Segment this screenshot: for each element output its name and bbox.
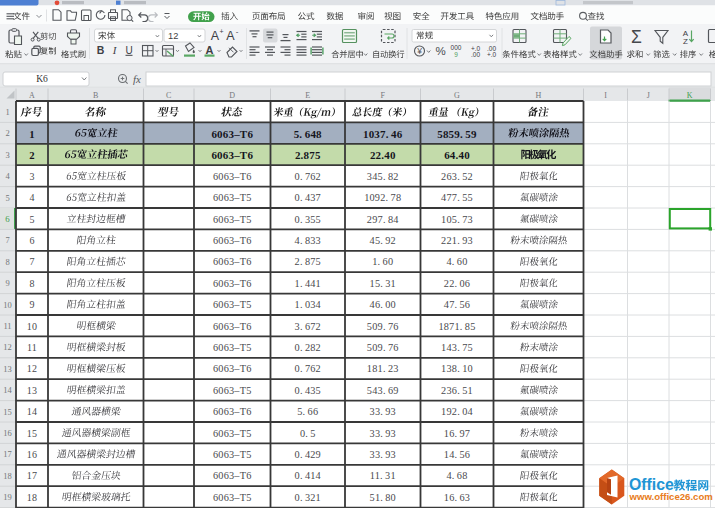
svg-text:6063–T5: 6063–T5 (213, 492, 252, 503)
svg-text:509. 76: 509. 76 (367, 321, 399, 332)
svg-text:46. 00: 46. 00 (370, 299, 396, 310)
svg-text:0. 435: 0. 435 (295, 385, 321, 396)
svg-text:1. 441: 1. 441 (295, 278, 321, 289)
svg-text:6063–T6: 6063–T6 (213, 171, 252, 182)
svg-text:15. 31: 15. 31 (370, 278, 396, 289)
svg-text:I: I (604, 91, 607, 100)
svg-text:B: B (93, 91, 98, 100)
svg-text:6063–T6: 6063–T6 (211, 149, 253, 161)
svg-text:45. 92: 45. 92 (370, 235, 396, 246)
svg-text:0. 429: 0. 429 (295, 449, 321, 460)
svg-text:6: 6 (29, 235, 34, 246)
svg-text:fx: fx (133, 73, 141, 85)
svg-text:138. 10: 138. 10 (441, 363, 473, 374)
svg-text:5. 648: 5. 648 (294, 128, 322, 140)
svg-text:1: 1 (29, 128, 35, 140)
svg-text:33. 93: 33. 93 (370, 406, 396, 417)
svg-text:16: 16 (27, 449, 37, 460)
svg-text:17: 17 (3, 449, 12, 459)
svg-text:3: 3 (29, 171, 34, 182)
svg-text:0. 355: 0. 355 (295, 214, 321, 225)
svg-text:K: K (687, 91, 693, 100)
svg-text:A: A (29, 91, 35, 100)
svg-text:5: 5 (29, 214, 34, 225)
svg-text:18: 18 (27, 492, 37, 503)
svg-text:33. 93: 33. 93 (370, 449, 396, 460)
svg-text:6063–T6: 6063–T6 (213, 470, 252, 481)
svg-text:4. 60: 4. 60 (446, 256, 467, 267)
svg-text:11: 11 (27, 342, 37, 353)
svg-text:1. 034: 1. 034 (295, 299, 321, 310)
svg-text:19: 19 (3, 492, 12, 502)
svg-text:6: 6 (5, 214, 10, 224)
svg-text:K6: K6 (36, 74, 48, 84)
svg-text:16. 97: 16. 97 (444, 428, 470, 439)
svg-text:12: 12 (27, 363, 37, 374)
svg-text:6063–T6: 6063–T6 (213, 321, 252, 332)
svg-text:5859. 59: 5859. 59 (437, 128, 477, 140)
svg-text:11. 31: 11. 31 (370, 470, 396, 481)
svg-text:1037. 46: 1037. 46 (363, 128, 403, 140)
svg-text:8: 8 (5, 257, 9, 267)
svg-text:64.40: 64.40 (444, 149, 470, 161)
svg-text:22.40: 22.40 (370, 149, 396, 161)
svg-text:6063–T5: 6063–T5 (213, 214, 252, 225)
svg-text:C: C (166, 91, 171, 100)
svg-text:A: A (226, 29, 235, 43)
svg-text:6063–T6: 6063–T6 (213, 235, 252, 246)
svg-text:6063–T6: 6063–T6 (213, 406, 252, 417)
svg-text:16: 16 (3, 428, 12, 438)
svg-text:1. 60: 1. 60 (372, 256, 393, 267)
svg-text:4. 68: 4. 68 (446, 470, 467, 481)
svg-text:7: 7 (5, 235, 9, 245)
svg-text:-: - (236, 27, 239, 36)
svg-text:6063–T5: 6063–T5 (213, 449, 252, 460)
svg-text:15: 15 (3, 407, 12, 417)
svg-text:2: 2 (29, 149, 35, 161)
svg-text:0. 5: 0. 5 (300, 428, 316, 439)
svg-text:181. 23: 181. 23 (367, 363, 399, 374)
svg-text:1: 1 (5, 107, 9, 117)
svg-text:10: 10 (3, 300, 12, 310)
svg-text:6063–T6: 6063–T6 (213, 256, 252, 267)
svg-text:.00: .00 (471, 51, 480, 58)
svg-text:J: J (647, 91, 650, 100)
svg-text:51. 80: 51. 80 (370, 492, 396, 503)
svg-text:509. 76: 509. 76 (367, 342, 399, 353)
svg-text:18: 18 (3, 471, 12, 481)
svg-text:G: G (454, 91, 460, 100)
svg-text:3: 3 (5, 150, 9, 160)
svg-text:10: 10 (27, 321, 37, 332)
svg-text:7: 7 (29, 256, 34, 267)
svg-text:0. 414: 0. 414 (295, 470, 321, 481)
svg-text:12: 12 (168, 31, 178, 41)
svg-text:5: 5 (5, 193, 9, 203)
svg-text:¥: ¥ (416, 46, 422, 56)
svg-text:F: F (381, 91, 386, 100)
svg-text:33. 93: 33. 93 (370, 428, 396, 439)
svg-text:Σ: Σ (631, 27, 642, 47)
svg-text:2. 875: 2. 875 (295, 256, 321, 267)
svg-text:2: 2 (5, 128, 9, 138)
svg-text:6063–T5: 6063–T5 (213, 299, 252, 310)
svg-text:B: B (97, 44, 105, 56)
svg-text:345. 82: 345. 82 (367, 171, 399, 182)
svg-text:13: 13 (27, 385, 37, 396)
svg-text:9: 9 (454, 51, 458, 58)
svg-text:Z: Z (683, 37, 688, 46)
svg-text:1871. 85: 1871. 85 (438, 321, 475, 332)
svg-text:U: U (125, 45, 132, 56)
svg-text:6063–T5: 6063–T5 (213, 192, 252, 203)
svg-text:143. 75: 143. 75 (441, 342, 473, 353)
svg-text:5. 66: 5. 66 (297, 406, 318, 417)
svg-text:6063–T6: 6063–T6 (213, 363, 252, 374)
svg-text:1092. 78: 1092. 78 (364, 192, 401, 203)
svg-text:17: 17 (27, 470, 37, 481)
svg-text:2.875: 2.875 (295, 149, 321, 161)
svg-text:192. 04: 192. 04 (441, 406, 473, 417)
svg-text:6063–T6: 6063–T6 (211, 128, 253, 140)
svg-text:9: 9 (5, 278, 9, 288)
svg-text:D: D (229, 91, 235, 100)
svg-text:0. 762: 0. 762 (295, 363, 321, 374)
svg-text:E: E (305, 91, 310, 100)
